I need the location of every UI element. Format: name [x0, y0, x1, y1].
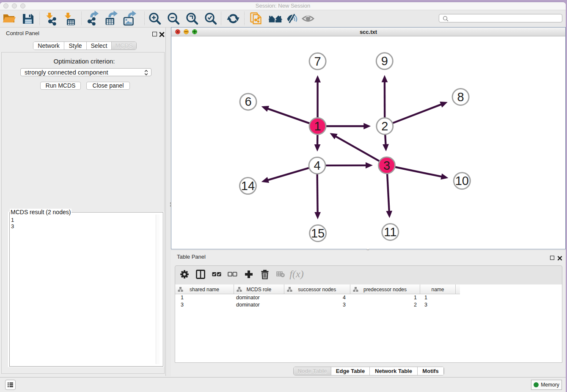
svg-text:6: 6 [245, 95, 251, 108]
svg-text:7: 7 [314, 55, 321, 68]
svg-text:14: 14 [241, 179, 255, 193]
svg-text:4: 4 [314, 159, 320, 172]
svg-text:2: 2 [381, 119, 388, 133]
svg-text:15: 15 [311, 226, 325, 240]
svg-text:1: 1 [314, 119, 321, 133]
svg-text:f(x): f(x) [289, 268, 303, 279]
svg-text:11: 11 [384, 225, 396, 239]
svg-text:10: 10 [455, 174, 469, 188]
svg-text:8: 8 [457, 90, 464, 104]
svg-text:3: 3 [383, 159, 390, 172]
svg-text:9: 9 [381, 54, 388, 68]
